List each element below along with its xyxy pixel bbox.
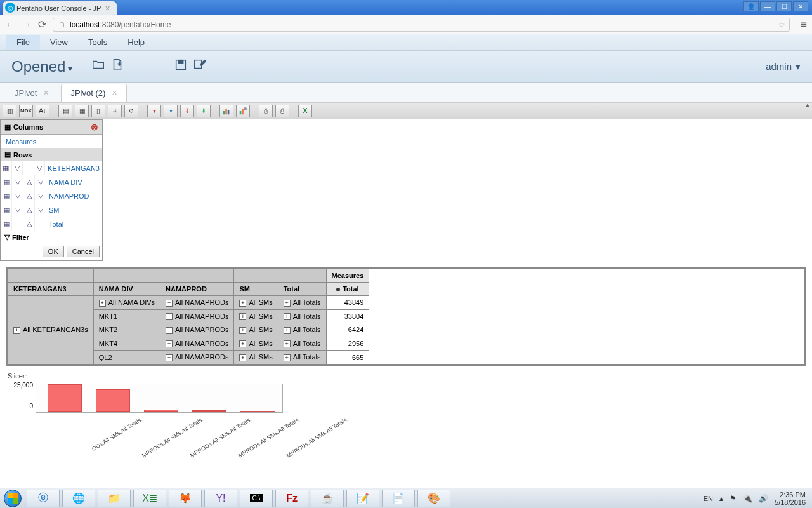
expand-icon[interactable]: + — [166, 340, 173, 347]
move-icon[interactable]: ▦ — [1, 175, 12, 189]
move-up-icon[interactable]: △ — [23, 217, 35, 231]
cell[interactable]: +All SMs — [234, 351, 278, 364]
col-header[interactable]: Total — [278, 283, 326, 296]
menu-file[interactable]: File — [6, 35, 40, 50]
cell[interactable]: MKT2 — [93, 323, 160, 337]
move-icon[interactable]: ▦ — [1, 203, 12, 217]
forward-button[interactable]: → — [22, 19, 32, 30]
expand-icon[interactable]: + — [284, 340, 291, 347]
sort-icon[interactable]: ▽ — [35, 203, 46, 217]
cell[interactable]: +All SMs — [234, 296, 278, 310]
expand-icon[interactable]: + — [284, 313, 291, 320]
expand-icon[interactable]: + — [239, 327, 246, 334]
open-folder-icon[interactable] — [91, 58, 105, 76]
cell[interactable]: +All Totals — [278, 337, 326, 351]
expand-icon[interactable]: + — [284, 300, 291, 307]
cube-navigator-icon[interactable]: ▥ — [3, 105, 16, 117]
move-icon[interactable]: ▦ — [1, 189, 12, 203]
drill-member-icon[interactable]: ▾ — [147, 105, 161, 117]
drill-position-icon[interactable]: ▾ — [164, 105, 178, 117]
filter-icon[interactable]: ▽ — [12, 189, 23, 203]
taskbar-excel[interactable]: X≣ — [133, 490, 166, 507]
nav-dim-link[interactable]: NAMA DIV — [46, 178, 102, 186]
col-header[interactable]: SM — [234, 283, 278, 296]
show-parents-icon[interactable]: ▤ — [58, 105, 72, 117]
start-button[interactable] — [0, 488, 25, 509]
cancel-button[interactable]: Cancel — [67, 246, 100, 257]
print-config-icon[interactable]: ⎙ — [259, 105, 273, 117]
user-menu[interactable]: admin▾ — [766, 61, 801, 72]
properties-icon[interactable]: ▯ — [91, 105, 105, 117]
cell[interactable]: +All Totals — [278, 309, 326, 323]
tray-lang[interactable]: EN — [704, 495, 713, 502]
chart-icon[interactable] — [219, 105, 233, 117]
cell[interactable]: +All SMs — [234, 337, 278, 351]
col-header[interactable]: NAMA DIV — [93, 283, 160, 296]
cell[interactable]: +All Totals — [278, 351, 326, 364]
nav-row[interactable]: ▦▽△▽NAMAPROD — [1, 189, 102, 203]
filter-icon[interactable]: ▽ — [12, 161, 23, 175]
move-up-icon[interactable]: △ — [23, 203, 35, 217]
expand-icon[interactable]: + — [13, 327, 20, 334]
close-icon[interactable]: ⊗ — [91, 122, 98, 132]
chart-config-icon[interactable] — [236, 105, 250, 117]
browser-tab[interactable]: ◎ Pentaho User Console - JP ✕ — [3, 1, 117, 15]
drill-replace-icon[interactable]: ↧ — [180, 105, 194, 117]
nav-row[interactable]: ▦▽▽KETERANGAN3 — [1, 161, 102, 175]
cell[interactable]: +All SMs — [234, 323, 278, 337]
sort-icon[interactable]: ▽ — [35, 189, 46, 203]
expand-icon[interactable]: + — [166, 354, 173, 361]
address-bar[interactable]: 🗋 localhost:8080/pentaho/Home ☆ — [53, 18, 790, 32]
expand-icon[interactable]: + — [166, 327, 173, 334]
ok-button[interactable]: OK — [43, 246, 64, 257]
edit-icon[interactable] — [193, 58, 207, 76]
expand-icon[interactable]: + — [284, 354, 291, 361]
move-icon[interactable]: ▦ — [1, 161, 12, 175]
taskbar-paint[interactable]: 🎨 — [417, 490, 450, 507]
window-maximize-icon[interactable]: ☐ — [776, 1, 792, 11]
taskbar-notepad[interactable]: 📝 — [346, 490, 379, 507]
scroll-up-icon[interactable]: ▲ — [804, 102, 811, 109]
expand-icon[interactable]: + — [239, 313, 246, 320]
cell[interactable]: +All KETERANGAN3s — [8, 296, 94, 364]
taskbar-wordpad[interactable]: 📄 — [382, 490, 415, 507]
menu-view[interactable]: View — [40, 35, 78, 50]
nav-dim-link[interactable]: NAMAPROD — [46, 192, 102, 200]
tray-flag-icon[interactable]: ⚑ — [730, 494, 737, 503]
cell[interactable]: +All NAMAPRODs — [160, 309, 234, 323]
nav-dim-link[interactable]: Total — [46, 220, 102, 228]
non-empty-icon[interactable]: ⌗ — [108, 105, 122, 117]
cell[interactable]: QL2 — [93, 351, 160, 364]
expand-icon[interactable]: + — [166, 313, 173, 320]
taskbar-yahoo[interactable]: Y! — [204, 490, 237, 507]
nav-row[interactable]: ▦△Total — [1, 217, 102, 231]
new-file-icon[interactable]: + — [110, 58, 124, 76]
expand-icon[interactable]: + — [239, 300, 246, 307]
swap-axes-icon[interactable]: ↺ — [124, 105, 138, 117]
mdx-icon[interactable]: MDX — [19, 105, 33, 117]
tray-network-icon[interactable]: 🔌 — [743, 494, 752, 503]
move-up-icon[interactable]: △ — [23, 189, 35, 203]
tray-show-hidden-icon[interactable]: ▴ — [719, 494, 723, 503]
taskbar-filezilla[interactable]: Fz — [275, 490, 308, 507]
perspective-switcher[interactable]: Opened▾ — [11, 58, 72, 76]
menu-tools[interactable]: Tools — [78, 35, 117, 50]
save-icon[interactable] — [174, 58, 188, 76]
drill-through-icon[interactable]: ⬇ — [197, 105, 211, 117]
expand-icon[interactable]: + — [284, 327, 291, 334]
taskbar-java[interactable]: ☕ — [311, 490, 344, 507]
taskbar-explorer[interactable]: 📁 — [98, 490, 131, 507]
excel-export-icon[interactable]: X — [298, 105, 312, 117]
sort-icon[interactable]: ▽ — [35, 175, 46, 189]
reload-button[interactable]: ⟳ — [38, 18, 46, 30]
nav-row[interactable]: ▦▽△▽SM — [1, 203, 102, 217]
user-switch-icon[interactable]: 👤 — [743, 1, 759, 11]
cell[interactable]: +All NAMAPRODs — [160, 323, 234, 337]
expand-icon[interactable]: + — [166, 300, 173, 307]
sort-icon[interactable]: ▽ — [34, 161, 46, 175]
total-header[interactable]: Total — [326, 283, 369, 296]
nav-dim-link[interactable]: KETERANGAN3 — [45, 164, 102, 172]
expand-icon[interactable]: + — [99, 300, 106, 307]
cell[interactable]: +All Totals — [278, 323, 326, 337]
print-icon[interactable]: ⎙ — [275, 105, 289, 117]
